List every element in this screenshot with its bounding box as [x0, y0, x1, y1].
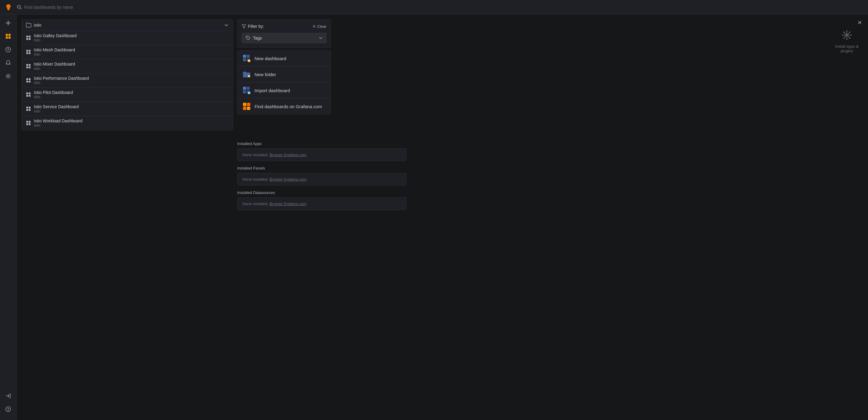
install-apps-label[interactable]: Install apps & plugins — [832, 44, 862, 53]
svg-rect-36 — [26, 109, 28, 111]
new-folder-action[interactable]: New folder — [238, 66, 331, 83]
svg-rect-31 — [29, 93, 31, 94]
dashboard-item[interactable]: Istio Performance Dashboard istio — [22, 73, 233, 88]
filter-icon — [242, 24, 246, 28]
sidebar-item-explore[interactable] — [2, 43, 14, 56]
dashboard-grid-icon — [26, 106, 31, 111]
svg-rect-23 — [29, 64, 31, 66]
grafana-logo[interactable] — [4, 2, 13, 12]
svg-point-11 — [7, 75, 9, 77]
dashboard-name: Istio Mixer Dashboard — [34, 62, 75, 66]
dashboard-item[interactable]: Istio Workload Dashboard istio — [22, 116, 233, 130]
find-grafana-action[interactable]: Find dashboards on Grafana.com — [238, 98, 331, 114]
import-dashboard-action[interactable]: Import dashboard — [238, 83, 331, 98]
tags-select[interactable]: Tags — [242, 33, 327, 43]
sidebar-item-add[interactable] — [2, 17, 14, 29]
svg-point-69 — [842, 34, 843, 36]
installed-panels-section: Installed Panels None installed. Browse … — [237, 166, 406, 186]
find-grafana-label: Find dashboards on Grafana.com — [254, 104, 322, 109]
installed-apps-empty: None installed. — [242, 153, 268, 157]
dashboard-grid-icon — [26, 50, 31, 54]
main-layout: ? istio — [0, 14, 868, 420]
svg-point-74 — [843, 37, 844, 39]
folder-header[interactable]: istio — [22, 20, 233, 31]
svg-rect-40 — [26, 123, 28, 125]
grid-icon — [5, 33, 11, 39]
filter-header: Filter by: ✕ Clear — [242, 24, 327, 29]
sidebar-item-configuration[interactable] — [2, 70, 14, 82]
topbar — [0, 0, 868, 14]
svg-rect-37 — [29, 109, 31, 111]
svg-rect-27 — [29, 78, 31, 80]
svg-rect-34 — [26, 107, 28, 108]
svg-rect-32 — [26, 95, 28, 97]
svg-point-68 — [846, 39, 847, 40]
new-dashboard-action[interactable]: New dashboard — [238, 51, 331, 66]
svg-rect-46 — [243, 58, 246, 61]
import-dashboard-label: Import dashboard — [254, 88, 290, 93]
tag-icon — [246, 36, 251, 40]
installed-apps-header: Installed Apps — [237, 141, 406, 146]
sidebar-item-dashboards[interactable] — [2, 30, 14, 42]
sidebar-item-alerting[interactable] — [2, 57, 14, 69]
search-input[interactable] — [24, 5, 115, 10]
question-icon: ? — [5, 406, 11, 412]
filter-clear-button[interactable]: ✕ Clear — [312, 24, 327, 29]
chevron-down-icon — [319, 36, 322, 40]
bell-icon — [5, 60, 11, 66]
svg-rect-6 — [8, 34, 10, 36]
filter-panel: Filter by: ✕ Clear Tags — [237, 19, 331, 48]
dashboard-folder: istio — [34, 81, 89, 85]
svg-point-73 — [849, 31, 850, 33]
svg-rect-21 — [29, 52, 31, 54]
installed-datasources-section: Installed Datasources None installed. Br… — [237, 190, 406, 210]
svg-rect-30 — [26, 93, 28, 94]
installed-datasources-box: None installed. Browse Grafana.com — [237, 197, 406, 210]
svg-rect-60 — [247, 103, 250, 106]
svg-marker-10 — [7, 48, 9, 50]
dashboard-list: Istio Galley Dashboard istio Istio Mesh … — [22, 31, 233, 130]
dashboard-name: Istio Service Dashboard — [34, 104, 79, 109]
svg-rect-59 — [243, 103, 246, 106]
dashboard-folder: istio — [34, 66, 75, 71]
svg-line-2 — [20, 8, 22, 9]
svg-marker-42 — [242, 25, 246, 28]
installed-datasources-browse[interactable]: Browse Grafana.com — [270, 201, 306, 206]
dashboard-item[interactable]: Istio Galley Dashboard istio — [22, 31, 233, 45]
sidebar-item-help[interactable]: ? — [2, 403, 14, 415]
main-content: istio Istio Galley Dashbo — [17, 14, 868, 420]
svg-rect-16 — [26, 38, 28, 40]
sidebar-bottom: ? — [2, 390, 14, 418]
dashboard-folder: istio — [34, 95, 73, 99]
svg-rect-41 — [29, 123, 31, 125]
dashboard-folder: istio — [34, 123, 83, 128]
dashboard-item[interactable]: Istio Service Dashboard istio — [22, 102, 233, 116]
dashboard-folder: istio — [34, 109, 79, 113]
installed-datasources-empty: None installed. — [242, 201, 268, 206]
svg-rect-55 — [247, 87, 250, 90]
svg-rect-54 — [243, 87, 246, 90]
gear-icon — [5, 73, 11, 79]
svg-rect-19 — [29, 50, 31, 52]
dashboard-grid-icon — [26, 35, 31, 40]
svg-point-67 — [846, 30, 847, 31]
new-dashboard-label: New dashboard — [254, 56, 286, 61]
dashboard-item[interactable]: Istio Pilot Dashboard istio — [22, 88, 233, 102]
dashboard-item[interactable]: Istio Mixer Dashboard istio — [22, 59, 233, 73]
installed-panels-header: Installed Panels — [237, 166, 406, 170]
installed-panels-browse[interactable]: Browse Grafana.com — [270, 177, 306, 182]
sidebar-item-signin[interactable] — [2, 390, 14, 402]
dashboard-name: Istio Galley Dashboard — [34, 33, 77, 38]
folder-chevron-icon[interactable] — [224, 23, 228, 27]
dashboard-name: Istio Pilot Dashboard — [34, 90, 73, 95]
dashboard-item[interactable]: Istio Mesh Dashboard istio — [22, 45, 233, 59]
compass-icon — [5, 46, 11, 53]
installed-apps-browse[interactable]: Browse Grafana.com — [270, 153, 306, 157]
svg-rect-62 — [247, 107, 250, 110]
search-results-panel: istio Istio Galley Dashbo — [22, 19, 233, 130]
svg-rect-61 — [243, 107, 246, 110]
svg-point-43 — [247, 37, 248, 37]
installed-apps-section: Installed Apps None installed. Browse Gr… — [237, 141, 406, 161]
search-bar[interactable] — [17, 5, 864, 10]
close-button[interactable]: ✕ — [858, 19, 862, 26]
